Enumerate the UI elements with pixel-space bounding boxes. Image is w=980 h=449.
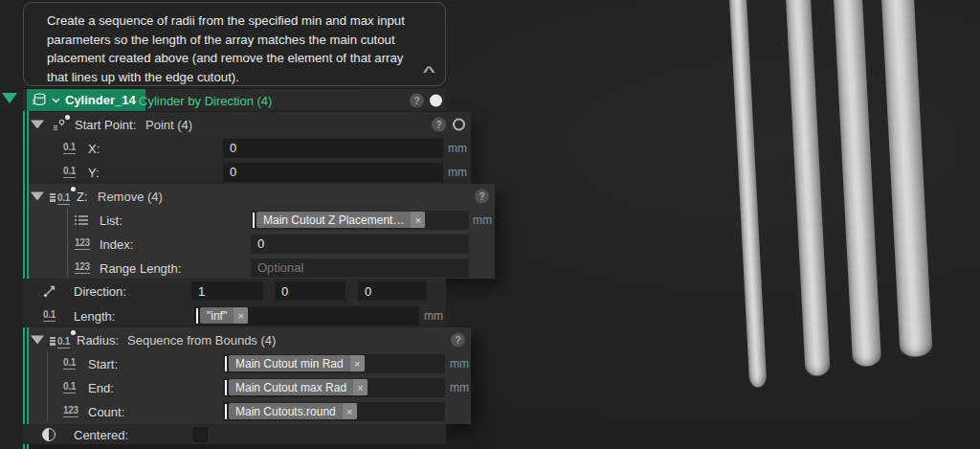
radius-value[interactable]: Sequence from Bounds (4) bbox=[127, 332, 276, 347]
decimal-type-icon: 0.1 bbox=[63, 143, 76, 154]
radius-start-label: Start: bbox=[88, 356, 118, 370]
cylinder-icon bbox=[32, 93, 47, 107]
list-field[interactable]: Main Cutout Z Placement… × bbox=[251, 211, 469, 230]
output-ring-icon[interactable] bbox=[453, 118, 465, 130]
integer-type-icon: 123 bbox=[75, 262, 90, 274]
collapse-radius-icon[interactable] bbox=[31, 335, 44, 344]
direction-row: Direction: bbox=[23, 279, 446, 303]
centered-label: Centered: bbox=[74, 427, 128, 441]
radius-start-chip[interactable]: Main Cutout min Rad × bbox=[229, 355, 365, 371]
radius-end-row: 0.1 End: Main Cutout max Rad × mm bbox=[29, 375, 471, 399]
range-length-input[interactable] bbox=[251, 258, 469, 278]
cylinder-3[interactable] bbox=[831, 0, 881, 367]
remove-chip-icon[interactable]: × bbox=[411, 212, 425, 228]
radius-start-unit: mm bbox=[450, 357, 469, 370]
z-label: Z: bbox=[77, 189, 88, 203]
node-type-label[interactable]: Cylinder by Direction (4) bbox=[139, 93, 272, 107]
radius-end-field[interactable]: Main Cutout max Rad × bbox=[223, 378, 445, 397]
y-input[interactable] bbox=[223, 163, 443, 182]
direction-z-input[interactable] bbox=[358, 281, 427, 301]
direction-arrow-icon bbox=[42, 283, 57, 299]
radius-end-unit: mm bbox=[450, 381, 469, 394]
node-expand-icon[interactable] bbox=[2, 93, 17, 103]
z-value[interactable]: Remove (4) bbox=[98, 189, 163, 203]
decimal-list-type-icon: 0.1 bbox=[50, 331, 70, 348]
radius-count-chip[interactable]: Main Cutouts.round × bbox=[229, 403, 357, 419]
text-caret bbox=[225, 380, 227, 395]
list-icon bbox=[75, 214, 88, 225]
radius-end-chip[interactable]: Main Cutout max Rad × bbox=[229, 379, 368, 395]
range-length-row: 123 Range Length: bbox=[29, 256, 495, 280]
radius-end-label: End: bbox=[88, 380, 114, 394]
length-chip[interactable]: "inf" × bbox=[200, 307, 248, 324]
list-label: List: bbox=[100, 213, 122, 227]
index-label: Index: bbox=[100, 236, 133, 251]
help-icon[interactable]: ? bbox=[451, 332, 465, 347]
remove-chip-icon[interactable]: × bbox=[343, 403, 357, 419]
text-caret bbox=[225, 404, 227, 419]
x-unit: mm bbox=[448, 142, 467, 155]
direction-y-input[interactable] bbox=[275, 281, 345, 301]
radius-header[interactable]: 0.1 Radius: Sequence from Bounds (4) ? bbox=[29, 327, 471, 351]
length-field[interactable]: "inf" × bbox=[194, 306, 419, 326]
remove-chip-icon[interactable]: × bbox=[234, 307, 248, 324]
list-row: List: Main Cutout Z Placement… × mm bbox=[29, 208, 495, 232]
y-unit: mm bbox=[448, 166, 467, 179]
y-row: 0.1 Y: mm bbox=[29, 160, 471, 184]
text-caret bbox=[225, 356, 227, 371]
left-gutter bbox=[0, 0, 23, 449]
start-point-panel: Start Point: Point (4) ? 0.1 X: mm 0.1 Y… bbox=[29, 112, 471, 184]
remove-chip-icon[interactable]: × bbox=[353, 379, 368, 395]
radius-count-field[interactable]: Main Cutouts.round × bbox=[223, 402, 445, 421]
list-chip[interactable]: Main Cutout Z Placement… × bbox=[256, 212, 425, 228]
text-caret bbox=[196, 308, 198, 324]
help-icon[interactable]: ? bbox=[475, 189, 489, 203]
collapse-start-point-icon[interactable] bbox=[31, 120, 44, 128]
help-icon[interactable]: ? bbox=[432, 117, 446, 131]
node-selection[interactable]: Cylinder_14 bbox=[27, 89, 145, 111]
radius-label: Radius: bbox=[77, 332, 119, 347]
decimal-type-icon: 0.1 bbox=[43, 310, 56, 322]
start-point-header[interactable]: Start Point: Point (4) ? bbox=[29, 112, 471, 136]
x-input[interactable] bbox=[223, 139, 443, 158]
cylinder-2[interactable] bbox=[783, 0, 831, 376]
direction-x-input[interactable] bbox=[191, 281, 263, 301]
index-input[interactable] bbox=[251, 235, 469, 254]
decimal-list-type-icon: 0.1 bbox=[50, 188, 70, 205]
z-header[interactable]: 0.1 Z: Remove (4) ? bbox=[29, 184, 495, 208]
integer-type-icon: 123 bbox=[63, 406, 78, 417]
collapse-comment-icon[interactable]: ^ bbox=[423, 66, 435, 78]
text-caret bbox=[253, 213, 255, 228]
x-label: X: bbox=[88, 141, 100, 155]
cylinder-4[interactable] bbox=[879, 0, 933, 357]
help-icon[interactable]: ? bbox=[410, 93, 424, 107]
direction-label: Direction: bbox=[74, 284, 126, 299]
radius-start-field[interactable]: Main Cutout min Rad × bbox=[223, 354, 445, 373]
decimal-type-icon: 0.1 bbox=[63, 167, 76, 178]
radius-count-label: Count: bbox=[88, 404, 124, 418]
collapse-z-icon[interactable] bbox=[31, 191, 44, 200]
centered-row: Centered: bbox=[23, 424, 446, 444]
list-unit: mm bbox=[473, 213, 492, 227]
radius-start-row: 0.1 Start: Main Cutout min Rad × mm bbox=[29, 351, 471, 375]
z-remove-panel: 0.1 Z: Remove (4) ? List: Main Cutout Z … bbox=[29, 184, 495, 279]
cylinder-1[interactable] bbox=[726, 0, 767, 388]
index-row: 123 Index: bbox=[29, 232, 495, 256]
app-window: Create a sequence of radii from the spec… bbox=[0, 0, 980, 449]
output-visibility-toggle[interactable] bbox=[430, 94, 442, 106]
decimal-type-icon: 0.1 bbox=[63, 358, 76, 370]
range-length-label: Range Length: bbox=[100, 260, 181, 275]
comment-box[interactable]: Create a sequence of radii from the spec… bbox=[23, 2, 446, 86]
length-label: Length: bbox=[74, 308, 115, 323]
x-row: 0.1 X: mm bbox=[29, 136, 471, 160]
node-name[interactable]: Cylinder_14 bbox=[65, 93, 136, 107]
node-header-row[interactable]: Cylinder_14 Cylinder by Direction (4) ? bbox=[23, 89, 446, 111]
start-point-label: Start Point: bbox=[75, 117, 136, 131]
remove-chip-icon[interactable]: × bbox=[350, 355, 365, 371]
start-point-value[interactable]: Point (4) bbox=[145, 117, 192, 131]
centered-checkbox[interactable] bbox=[193, 427, 208, 441]
boolean-type-icon bbox=[42, 428, 56, 441]
integer-type-icon: 123 bbox=[75, 238, 90, 250]
chevron-down-icon[interactable] bbox=[52, 98, 60, 103]
comment-text: Create a sequence of radii from the spec… bbox=[47, 13, 405, 84]
